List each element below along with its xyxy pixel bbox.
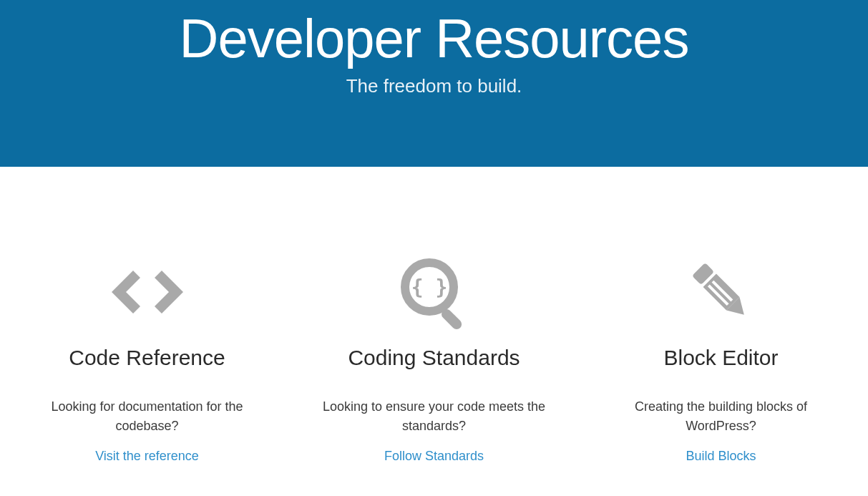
- cards-row: Code Reference Looking for documentation…: [0, 167, 868, 464]
- standards-icon: { }: [306, 245, 563, 339]
- card-title: Code Reference: [19, 346, 276, 370]
- card-description: Looking for documentation for the codeba…: [19, 397, 276, 436]
- svg-rect-3: [439, 307, 464, 331]
- svg-marker-0: [112, 271, 140, 313]
- card-code-reference: Code Reference Looking for documentation…: [19, 245, 276, 464]
- page-title: Developer Resources: [14, 7, 854, 69]
- card-description: Looking to ensure your code meets the st…: [306, 397, 563, 436]
- svg-text:{ }: { }: [411, 276, 447, 299]
- build-blocks-link[interactable]: Build Blocks: [686, 449, 756, 463]
- card-block-editor: Block Editor Creating the building block…: [593, 245, 850, 464]
- code-icon: [19, 245, 276, 339]
- card-title: Coding Standards: [306, 346, 563, 370]
- hero-banner: Developer Resources The freedom to build…: [0, 0, 868, 167]
- card-title: Block Editor: [593, 346, 850, 370]
- svg-marker-1: [155, 271, 183, 313]
- page-subtitle: The freedom to build.: [14, 75, 854, 97]
- card-coding-standards: { } Coding Standards Looking to ensure y…: [306, 245, 563, 464]
- visit-reference-link[interactable]: Visit the reference: [95, 449, 199, 463]
- card-description: Creating the building blocks of WordPres…: [593, 397, 850, 436]
- pencil-icon: [593, 245, 850, 339]
- follow-standards-link[interactable]: Follow Standards: [384, 449, 484, 463]
